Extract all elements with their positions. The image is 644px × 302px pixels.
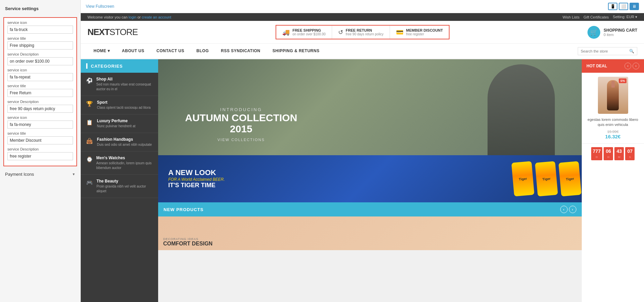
store-top-bar-right: Wish Lists Gift Certificates Setting: EU…: [563, 15, 637, 19]
hot-deal-nav: ‹ ›: [624, 63, 639, 69]
cat-name-2: Sport: [97, 100, 151, 105]
tiger-can-3: Tiger: [559, 161, 581, 197]
nav-blog[interactable]: BLOG: [190, 44, 215, 59]
hot-deal-prev-button[interactable]: ‹: [624, 63, 631, 69]
preview-top-bar: View Fullscreen 📱 ⬜ 🖥: [81, 0, 644, 13]
categories-header: CATEGORIES: [81, 59, 158, 73]
tiger-can-1: Tiger: [511, 161, 534, 197]
service-icon-input-2[interactable]: [7, 73, 73, 81]
cart-icon: 🛒: [587, 26, 600, 39]
desktop-view-button[interactable]: 🖥: [630, 3, 639, 10]
category-luxury-perfume[interactable]: 📋 Luxury Perfume Nunc pulvinar hendrerit…: [81, 114, 158, 133]
cart-label: SHOPPING CART: [604, 28, 637, 33]
field-label-2: service title: [7, 36, 73, 40]
hero-intro: INTRODUCING: [185, 107, 297, 112]
new-products-next-button[interactable]: ›: [569, 206, 576, 213]
currency-setting[interactable]: Setting: EUR ▾: [613, 15, 637, 19]
panel-title: Service settings: [0, 3, 80, 15]
field-group-2: service title: [7, 36, 73, 49]
hero-person-image: [488, 64, 555, 155]
service-desc-input-3[interactable]: [7, 152, 73, 160]
countdown-hours-num: 06: [605, 148, 611, 154]
return-sub: free 90 days return policy: [346, 32, 384, 36]
center-main: INTRODUCING AUTUMN COLLECTION2015 VIEW C…: [158, 59, 582, 302]
service-title-input-3[interactable]: [7, 136, 73, 144]
create-account-link[interactable]: create an account: [142, 15, 171, 19]
category-fashion-handbags[interactable]: 👜 Fashion Handbags Duis sed odio sit ame…: [81, 133, 158, 152]
cat-desc-4: Duis sed odio sit amet nibh vulputate: [97, 142, 152, 147]
new-products-prev-button[interactable]: ‹: [560, 206, 568, 213]
field-label-9: service Description: [7, 147, 73, 151]
search-input[interactable]: [581, 49, 628, 53]
search-icon[interactable]: 🔍: [629, 49, 634, 54]
cat-desc-5: Aenean sollicitudin, lorem ipsum quis bi…: [96, 161, 153, 170]
cat-desc-6: Proin gravida nibh vel velit auctor aliq…: [97, 184, 153, 194]
hot-deal-product-image: S%: [598, 77, 628, 114]
field-label-1: service icon: [7, 21, 73, 25]
decorating-inner: DECORATING IDEAS COMFORT DESIGN: [158, 216, 582, 250]
service-title-input-1[interactable]: [7, 41, 73, 49]
field-label-6: service Description: [7, 100, 73, 104]
cart-area[interactable]: 🛒 SHOPPING CART 0 item: [587, 26, 637, 39]
hot-deal-next-button[interactable]: ›: [633, 63, 639, 69]
category-beauty[interactable]: 🎮 The Beauty Proin gravida nibh vel veli…: [81, 175, 158, 198]
cat-desc-1: Sed non mauris vitae erat consequat auct…: [96, 82, 153, 92]
countdown-minutes: 43 M: [614, 147, 624, 160]
mobile-view-button[interactable]: 📱: [608, 3, 617, 10]
countdown-seconds-unit: S: [629, 156, 631, 159]
cat-name-6: The Beauty: [97, 179, 153, 183]
new-products-bar: NEW PRODUCTS ‹ ›: [158, 202, 582, 216]
hero-cta-button[interactable]: VIEW COLLECTIONS: [185, 138, 297, 142]
service-badges: 🚚 FREE SHIPPING on order over $100.00 ↺ …: [276, 25, 450, 39]
decorating-section: DECORATING IDEAS COMFORT DESIGN: [158, 216, 582, 250]
login-link[interactable]: login: [129, 15, 136, 19]
countdown-seconds-num: 07: [627, 148, 633, 154]
category-mens-watches[interactable]: ⌚ Men's Watches Aenean sollicitudin, lor…: [81, 152, 158, 175]
service-badge-return: ↺ FREE RETURN free 90 days return policy: [332, 26, 390, 39]
hot-deal-header: HOT DEAL ‹ ›: [582, 59, 644, 73]
field-group-1: service icon: [7, 21, 73, 34]
nav-about[interactable]: ABOUT US: [116, 44, 150, 59]
service-icon-input-3[interactable]: [7, 121, 73, 129]
countdown-minutes-unit: M: [618, 156, 620, 159]
countdown-days-unit: D: [596, 156, 598, 159]
payment-arrow-icon: ▼: [72, 172, 75, 176]
category-sport[interactable]: 🏆 Sport Class optent taciti sociosqu ad …: [81, 96, 158, 114]
nav-rss[interactable]: RSS SYNDICATION: [215, 44, 266, 59]
nav-contact[interactable]: CONTACT US: [150, 44, 190, 59]
new-products-nav: ‹ ›: [560, 206, 576, 213]
countdown-hours-unit: H: [607, 156, 609, 159]
cat-name-5: Men's Watches: [96, 156, 153, 160]
hot-deal-countdown: 777 D 06 H 43 M 07 S: [582, 147, 644, 160]
category-shop-all[interactable]: ⚽ Shop All Sed non mauris vitae erat con…: [81, 73, 158, 96]
countdown-days: 777 D: [591, 147, 602, 160]
shipping-title: FREE SHIPPING: [292, 28, 325, 32]
hot-deal-label: HOT DEAL: [586, 64, 607, 68]
categories-panel: CATEGORIES ⚽ Shop All Sed non mauris vit…: [81, 59, 158, 302]
cat-name-1: Shop All: [96, 77, 153, 81]
gift-certificates-link[interactable]: Gift Certificates: [583, 15, 609, 19]
nav-home[interactable]: HOME ▾: [87, 44, 116, 59]
countdown-hours: 06 H: [604, 147, 613, 160]
service-icon-input-1[interactable]: [7, 26, 73, 34]
discount-title: MEMBER DISCOUNT: [406, 28, 443, 32]
service-settings-box: service icon service title service Descr…: [3, 17, 77, 166]
service-desc-input-2[interactable]: [7, 105, 73, 113]
new-products-label: NEW PRODUCTS: [164, 207, 204, 212]
tablet-view-button[interactable]: ⬜: [619, 3, 628, 10]
store-header: NEXTSTORE 🚚 FREE SHIPPING on order over …: [81, 21, 644, 44]
discount-sub: free register: [406, 32, 443, 36]
nav-shipping[interactable]: SHIPPING & RETURNS: [266, 44, 326, 59]
payment-title[interactable]: Payment Icons ▼: [5, 172, 75, 177]
tiger-sub: FOR A World Acclaimed BEER.: [168, 177, 225, 182]
store-top-bar: Welcome visitor you can login or create …: [81, 13, 644, 21]
field-group-6: service Description: [7, 100, 73, 113]
cat-desc-2: Class optent taciti sociosqu ad litora: [97, 105, 151, 110]
service-desc-input-1[interactable]: [7, 57, 73, 65]
payment-section[interactable]: Payment Icons ▼: [0, 168, 80, 180]
beauty-icon: 🎮: [86, 179, 93, 186]
wish-lists-link[interactable]: Wish Lists: [563, 15, 579, 19]
view-fullscreen-link[interactable]: View Fullscreen: [86, 4, 114, 9]
service-title-input-2[interactable]: [7, 89, 73, 97]
field-label-4: service icon: [7, 68, 73, 72]
